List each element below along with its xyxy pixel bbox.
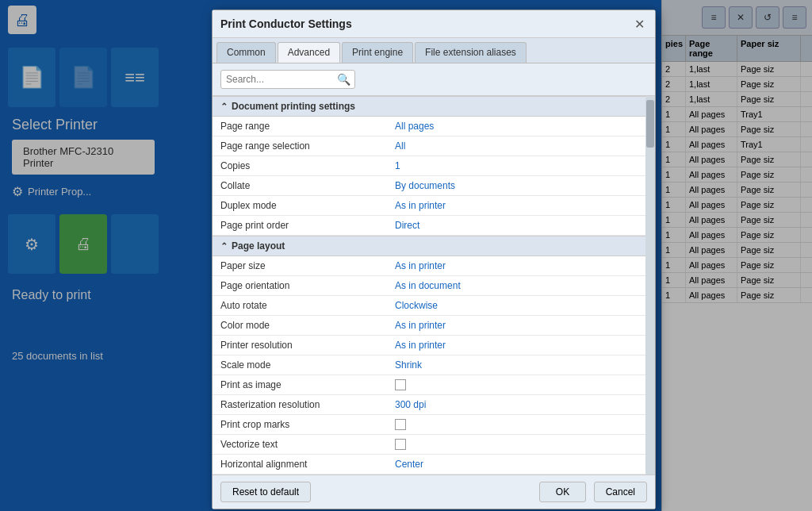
- setting-value: All pages: [395, 121, 647, 132]
- vertical-scrollbar[interactable]: [645, 96, 655, 474]
- dialog-tabs: CommonAdvancedPrint engineFile extension…: [213, 38, 655, 63]
- reset-default-button[interactable]: Reset to default: [220, 482, 311, 502]
- settings-row: Auto rotateClockwise: [213, 296, 655, 316]
- setting-label: Color mode: [220, 320, 395, 331]
- setting-value: As in printer: [395, 340, 647, 351]
- setting-label: Collate: [220, 180, 395, 191]
- setting-value: All: [395, 140, 647, 152]
- setting-value: As in printer: [395, 260, 647, 271]
- setting-label: Rasterization resolution: [220, 399, 395, 410]
- settings-row: Horizontal alignmentCenter: [213, 455, 655, 474]
- setting-value: By documents: [395, 180, 647, 191]
- dialog-titlebar: Print Conductor Settings ✕: [213, 10, 655, 38]
- setting-checkbox[interactable]: [395, 419, 406, 430]
- setting-label: Duplex mode: [220, 200, 395, 211]
- search-bar: 🔍: [213, 63, 655, 96]
- setting-value: 300 dpi: [395, 399, 647, 410]
- setting-value: As in printer: [395, 320, 647, 331]
- setting-value: As in printer: [395, 200, 647, 211]
- settings-content: ⌃Document printing settingsPage rangeAll…: [213, 96, 655, 474]
- setting-label: Vectorize text: [220, 439, 395, 450]
- setting-checkbox[interactable]: [395, 379, 406, 390]
- settings-row: Page print orderDirect: [213, 216, 655, 236]
- setting-label: Copies: [220, 160, 395, 171]
- settings-row: Print crop marks: [213, 415, 655, 435]
- settings-row: Paper sizeAs in printer: [213, 256, 655, 276]
- section-header-document_printing[interactable]: ⌃Document printing settings: [213, 96, 655, 117]
- tab-print-engine[interactable]: Print engine: [342, 42, 413, 63]
- setting-label: Page range selection: [220, 140, 395, 152]
- search-icon: 🔍: [337, 73, 350, 86]
- setting-label: Page print order: [220, 220, 395, 231]
- tab-advanced[interactable]: Advanced: [278, 42, 340, 63]
- setting-label: Scale mode: [220, 359, 395, 371]
- settings-row: Vectorize text: [213, 435, 655, 455]
- section-label: Document printing settings: [232, 101, 355, 112]
- settings-row: Scale modeShrink: [213, 355, 655, 375]
- scrollbar-thumb[interactable]: [646, 100, 654, 148]
- section-label: Page layout: [232, 240, 285, 252]
- tab-file-extension-aliases[interactable]: File extension aliases: [415, 42, 527, 63]
- print-settings-dialog: Print Conductor Settings ✕ CommonAdvance…: [212, 10, 656, 509]
- setting-value: Clockwise: [395, 300, 647, 311]
- setting-value: Direct: [395, 220, 647, 231]
- settings-row: Page orientationAs in document: [213, 276, 655, 296]
- settings-row: Rasterization resolution300 dpi: [213, 395, 655, 415]
- setting-value: Shrink: [395, 359, 647, 371]
- settings-row: Print as image: [213, 375, 655, 395]
- footer-right-buttons: OK Cancel: [539, 482, 647, 502]
- settings-row: Page range selectionAll: [213, 136, 655, 156]
- dialog-title: Print Conductor Settings: [220, 17, 352, 30]
- cancel-button[interactable]: Cancel: [594, 482, 647, 502]
- setting-label: Page orientation: [220, 280, 395, 291]
- setting-label: Print crop marks: [220, 419, 395, 430]
- dialog-footer: Reset to default OK Cancel: [213, 474, 655, 509]
- setting-label: Page range: [220, 121, 395, 132]
- settings-row: Duplex modeAs in printer: [213, 196, 655, 216]
- setting-label: Printer resolution: [220, 340, 395, 351]
- setting-label: Horizontal alignment: [220, 459, 395, 470]
- dialog-close-button[interactable]: ✕: [631, 16, 647, 32]
- search-input[interactable]: [226, 74, 337, 85]
- collapse-icon: ⌃: [220, 241, 228, 252]
- setting-label: Print as image: [220, 379, 395, 390]
- settings-row: Copies1: [213, 156, 655, 176]
- tab-common[interactable]: Common: [216, 42, 276, 63]
- settings-row: Page rangeAll pages: [213, 117, 655, 136]
- section-header-page_layout[interactable]: ⌃Page layout: [213, 236, 655, 256]
- setting-checkbox[interactable]: [395, 439, 406, 450]
- settings-row: CollateBy documents: [213, 176, 655, 196]
- setting-label: Auto rotate: [220, 300, 395, 311]
- setting-label: Paper size: [220, 260, 395, 271]
- ok-button[interactable]: OK: [539, 482, 586, 502]
- settings-row: Color modeAs in printer: [213, 316, 655, 336]
- search-wrap: 🔍: [220, 70, 355, 89]
- collapse-icon: ⌃: [220, 102, 228, 112]
- setting-value: Center: [395, 459, 647, 470]
- setting-value: As in document: [395, 280, 647, 291]
- setting-value: 1: [395, 160, 647, 171]
- settings-row: Printer resolutionAs in printer: [213, 336, 655, 355]
